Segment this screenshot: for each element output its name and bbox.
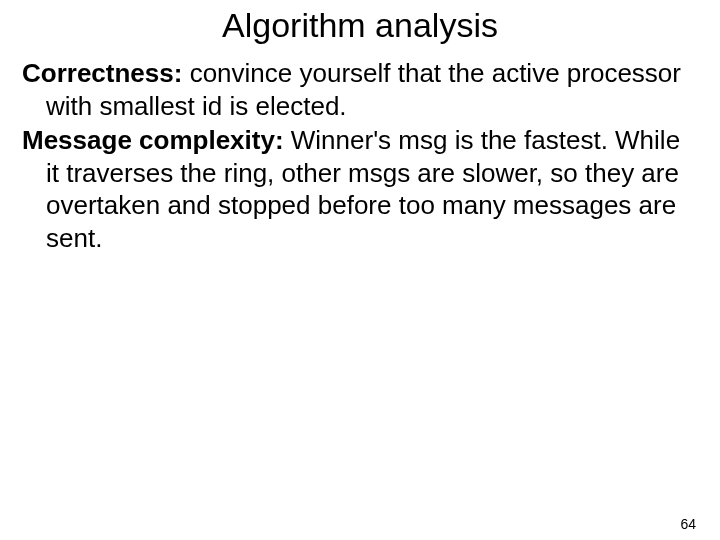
message-complexity-paragraph: Message complexity: Winner's msg is the …	[22, 124, 698, 254]
slide-title: Algorithm analysis	[0, 6, 720, 45]
correctness-paragraph: Correctness: convince yourself that the …	[22, 57, 698, 122]
slide: Algorithm analysis Correctness: convince…	[0, 6, 720, 540]
correctness-label: Correctness:	[22, 58, 190, 88]
slide-body: Correctness: convince yourself that the …	[0, 57, 720, 254]
message-complexity-label: Message complexity:	[22, 125, 284, 155]
page-number: 64	[680, 516, 696, 532]
